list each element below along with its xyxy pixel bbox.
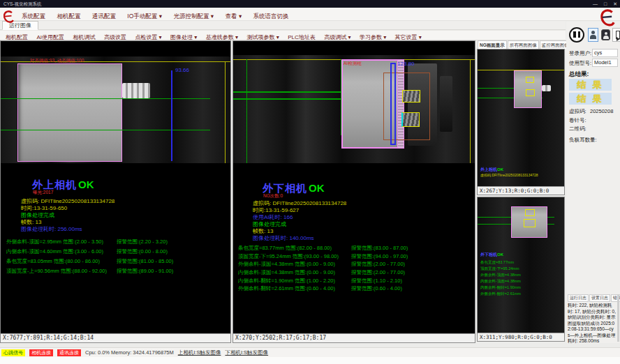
virtual-code: 虚拟码:DFITline20250208133134728: [480, 173, 538, 177]
status-bar: 心跳信号 相机连接 通讯连接 Cpu: 0.0% Memory: 3424.41…: [0, 347, 620, 357]
measure-line: [246, 59, 247, 163]
overlay-line: [470, 59, 471, 163]
defect-box: [525, 209, 535, 216]
measurement-row: 内侧余料-顶圆=4.38mm 范围:(0.00 - 9.00)报警范围:(2.0…: [238, 268, 473, 277]
battery-cell-region: [17, 63, 122, 162]
tab-ng-display[interactable]: NG画面显示: [478, 40, 507, 49]
window-bottom-strip: [0, 357, 620, 364]
measurement-row: 内侧余料-翻转=1.90mm 范围:(1.00 - 2.20)报警范围:(1.1…: [238, 277, 473, 285]
model-label: 使用型号:: [569, 60, 591, 67]
measurement-line-text: 外侧余料-顶圆=4.38mm: [480, 273, 521, 278]
user-silhouette-icon: [602, 30, 610, 40]
comm-link-badge: 通讯连接: [57, 349, 81, 356]
camera-image-left: 对齐阈值:93, 动态阈值:100 93.66: [1, 56, 230, 163]
measure-line: [1, 98, 210, 99]
tab-connector-region: [542, 85, 551, 91]
defect-box: [401, 112, 420, 127]
exit-door-icon: [616, 31, 620, 39]
result-box-1: 结 果: [569, 79, 612, 91]
user-icon: [589, 29, 598, 41]
measurement-row: 顶圆宽度-下=95.24mm 范围:(93.00 - 98.00)报警范围:(9…: [238, 252, 473, 261]
cpu-memory-status: Cpu: 0.0% Memory: 3424.41796875M: [85, 349, 174, 356]
camera-sub-info: NG次数:0: [263, 193, 283, 199]
total-result-label: 总结果:: [569, 70, 589, 79]
pixel-coordinate-bar: X:7677;Y:891;R:14;G:14;B:14: [1, 333, 230, 342]
measure-caliper-bar: [390, 63, 396, 145]
window-title: CYS-视觉检测系统: [3, 1, 42, 6]
camera-image-mid: AI检测框 123.80: [233, 55, 475, 163]
machine-part: [440, 76, 452, 132]
log-text: 耗时: 222, 缺陷检测耗时: 17, 缺陷分类耗时: 0, 缺陷识别分类耗时…: [568, 303, 616, 344]
threshold-overlay-text: 对齐阈值:93, 动态阈值:100: [30, 58, 84, 64]
tab-connector-region: [122, 83, 150, 98]
measure-line: [1, 130, 210, 130]
measurement-row: 顶圆宽度-上=90.56mm 范围:(88.00 - 92.00)报警范围:(8…: [6, 266, 229, 276]
measurement-row: 外侧余料-顶圆=2.95mm 范围:(2.00 - 3.50)报警范围:(2.2…: [6, 237, 229, 247]
measurement-line-text: 内侧余料-顶圆=4.38mm: [480, 279, 521, 284]
login-user-label: 登录用户:: [569, 50, 591, 57]
close-icon[interactable]: ✕: [613, 0, 617, 8]
needle-number-label: 卷针号:: [569, 117, 586, 124]
lower-camera-trigger-link[interactable]: 下相机I:S触发图像: [225, 349, 268, 356]
exit-button[interactable]: [612, 28, 620, 42]
camera-view-upper-outer[interactable]: 对齐阈值:93, 动态阈值:100 93.66 外上相机OK 曝光:2017 虚…: [0, 40, 231, 343]
heartbeat-badge: 心跳信号: [1, 349, 25, 356]
tab-all-images[interactable]: 所有画面图像: [508, 40, 539, 49]
brand-logo-icon: [598, 8, 617, 27]
measurement-line-text: 内侧余料-翻转=1.90mm: [480, 285, 521, 290]
title-bar: CYS-视觉检测系统 — □ ✕: [0, 0, 620, 8]
ai-box-label: AI检测框: [344, 61, 362, 67]
result-box-2: 结 果: [569, 93, 612, 105]
camera-name-result: 外上相机OK: [480, 167, 503, 173]
measure-value-label: 123.80: [397, 61, 414, 67]
qr-code-label: 二维码:: [569, 126, 586, 132]
minimize-icon[interactable]: —: [593, 0, 598, 8]
operator-button[interactable]: [601, 29, 610, 40]
defect-box: [526, 77, 534, 83]
result-ok: OK: [309, 182, 325, 194]
tab-run-log[interactable]: 运行日志: [568, 294, 589, 302]
result-ok: OK: [78, 179, 94, 190]
measurement-list: 外侧余料-顶圆=2.95mm 范围:(2.00 - 3.50)报警范围:(2.2…: [6, 237, 229, 276]
maximize-icon[interactable]: □: [604, 0, 607, 8]
small-view-bottom[interactable]: 外下相机OK 条包宽度=83.77mm 顶圆宽度-下=95.24mm 外侧余料-…: [477, 197, 565, 342]
login-user-button[interactable]: [588, 28, 598, 42]
log-scrollbar[interactable]: [617, 294, 619, 342]
process-elapsed: 图像处理耗时: 256.00ms: [21, 225, 82, 233]
app-logo-icon: [2, 9, 15, 24]
virtual-code-value: 20250208: [590, 108, 613, 114]
login-user-field[interactable]: cys: [592, 49, 618, 57]
right-control-panel: 登录用户: cys 使用型号: Model1 总结果: 结 果 结 果 虚拟码:…: [566, 22, 620, 343]
defect-box: [524, 219, 536, 227]
tab-settings-log[interactable]: 设置日志: [589, 294, 610, 302]
pixel-coordinate-bar: X:311;Y:980;R:0;G:0;B:0: [478, 333, 564, 341]
upper-camera-trigger-link[interactable]: 上相机I:S触发图像: [178, 349, 221, 356]
measurement-row: 条包宽度=83.77mm 范围:(82.00 - 88.00)报警范围:(83.…: [238, 244, 473, 252]
defect-box: [526, 89, 535, 96]
defect-box: [402, 90, 420, 103]
measurement-row: 外侧余料-翻转=2.61mm 范围:(0.60 - 4.00)报警范围:(0.6…: [238, 285, 473, 293]
measurement-row: 外侧余料-顶圆=4.38mm 范围:(0.00 - 9.00)报警范围:(2.0…: [238, 260, 473, 268]
measurement-row: 内侧余料-顶圆=4.60mm 范围:(3.00 - 6.00)报警范围:(0.0…: [6, 247, 229, 257]
log-tabs: 运行日志 设置日志 错误日志: [568, 294, 620, 302]
pixel-coordinate-bar: X:270;Y:2502;R:17;G:17;B:17: [233, 333, 475, 342]
camera-link-badge: 相机连接: [29, 349, 53, 356]
measurement-line-text: 外侧余料-翻转=2.61mm: [480, 291, 521, 296]
small-view-top[interactable]: 外上相机OK 虚拟码:DFITline20250208133134728 X:2…: [477, 49, 565, 195]
menu-bar: 系统配置 相机配置 通讯配置 IO手动配置 ▾ 光源控制配置 ▾ 查看 ▾ 系统…: [0, 8, 620, 21]
camera-view-lower-outer[interactable]: AI检测框 123.80 外下相机OK NG次数:0 虚拟码: DFITline…: [232, 40, 475, 343]
model-field[interactable]: Model1: [592, 59, 618, 67]
app-window: CYS-视觉检测系统 — □ ✕ 系统配置 相机配置 通讯配置 IO手动配置 ▾…: [0, 0, 620, 364]
toolbar: 相机配置 AI使用配置 相机调试 高级设置 点检设置 ▾ 图像处理 ▾ 基准线参…: [0, 30, 566, 40]
pixel-coordinate-bar: X:267;Y:13;R:0;G:0;B:0: [478, 186, 564, 195]
overlay-line: [225, 61, 226, 163]
camera-sub-info: 曝光:2017: [33, 190, 53, 196]
tab-count-label: 负极耳数量:: [569, 137, 597, 144]
measurement-line-text: 条包宽度=83.77mm: [480, 260, 514, 265]
virtual-code-label: 虚拟码:: [569, 108, 586, 115]
measurement-line-text: 顶圆宽度-下=95.24mm: [480, 266, 519, 271]
measure-caliper-line: [171, 70, 172, 161]
pause-button[interactable]: [569, 27, 584, 43]
small-view-tabs: NG画面显示 所有画面图像 监控画面图像: [477, 40, 565, 49]
camera-name-result: 外下相机OK: [480, 252, 503, 258]
